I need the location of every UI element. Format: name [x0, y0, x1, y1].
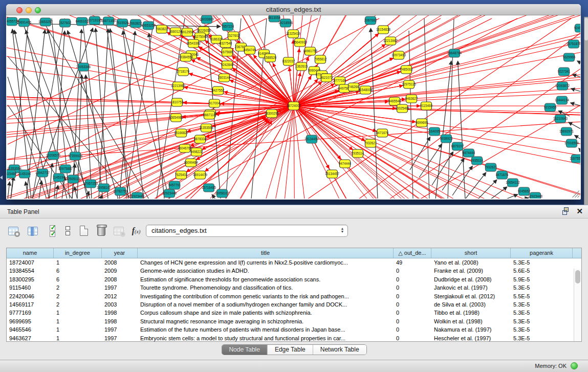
cell-year[interactable]: 1997 [102, 334, 138, 341]
cell-pagerank[interactable]: 5.5E-5 [511, 292, 573, 300]
merge-rows-button[interactable] [60, 224, 75, 238]
column-header-name[interactable]: name [7, 248, 54, 258]
cell-title[interactable]: Genome-wide association studies in ADHD. [138, 267, 394, 275]
cell-in_degree[interactable]: 1 [54, 325, 102, 334]
table-row[interactable]: 1456911722003Disruption of a novel membe… [7, 300, 581, 309]
cell-out_degree[interactable]: 0 [394, 292, 431, 300]
cell-title[interactable]: Disruption of a novel member of a sodium… [138, 300, 394, 309]
cell-out_degree[interactable]: 0 [394, 283, 431, 292]
cell-in_degree[interactable]: 2 [54, 292, 102, 300]
cell-name[interactable]: 9115460 [7, 283, 54, 292]
table-row[interactable]: 911546021997Tourette syndrome. Phenomeno… [7, 283, 581, 292]
cell-year[interactable]: 1997 [102, 325, 138, 334]
cell-in_degree[interactable]: 1 [54, 309, 102, 317]
tab-edge-table[interactable]: Edge Table [268, 345, 313, 355]
cell-out_degree[interactable]: 0 [394, 334, 431, 341]
cell-in_degree[interactable]: 2 [54, 300, 102, 309]
column-header-out_degree[interactable]: △ out_de... [394, 248, 431, 258]
cell-short[interactable]: Yano et al. (2008) [431, 258, 511, 267]
side-scrollbar-thumb[interactable] [584, 18, 588, 40]
selection-mode-button[interactable] [45, 224, 59, 238]
tab-node-table[interactable]: Node Table [222, 345, 268, 355]
column-header-in_degree[interactable]: in_degree [54, 248, 102, 258]
delete-column-button[interactable] [94, 224, 108, 238]
cell-short[interactable]: Nakamura et al. (1997) [431, 325, 511, 334]
cell-name[interactable]: 19384554 [7, 267, 54, 275]
cell-pagerank[interactable]: 5.3E-5 [511, 317, 573, 325]
network-window[interactable]: citations_edges.txt 24055724206914061065… [6, 4, 581, 200]
close-panel-icon[interactable]: ✕ [576, 207, 583, 215]
cell-name[interactable]: 9465546 [7, 325, 54, 334]
cell-name[interactable]: 9777169 [7, 309, 54, 317]
cell-title[interactable]: Changes of HCN gene expression and I(f) … [138, 258, 394, 267]
table-vertical-scrollbar[interactable] [574, 269, 581, 341]
cell-short[interactable]: Stergiakouli et al. (2012) [431, 292, 511, 300]
table-row[interactable]: 977716911998Corpus callosum shape and si… [7, 309, 581, 317]
table-selector-combobox[interactable]: citations_edges.txt [146, 225, 348, 237]
table-row[interactable]: 969969511998Structural magnetic resonanc… [7, 317, 581, 325]
cell-year[interactable]: 2003 [102, 300, 138, 309]
cell-in_degree[interactable]: 6 [54, 275, 102, 283]
cell-out_degree[interactable]: 49 [394, 258, 431, 267]
column-header-year[interactable]: year [102, 248, 138, 258]
cell-in_degree[interactable]: 1 [54, 317, 102, 325]
cell-year[interactable]: 2009 [102, 267, 138, 275]
cell-year[interactable]: 2008 [102, 275, 138, 283]
delete-table-button[interactable]: ✕ [112, 224, 126, 238]
cell-pagerank[interactable]: 5.3E-5 [511, 334, 573, 341]
cell-pagerank[interactable]: 5.9E-5 [511, 275, 573, 283]
cell-year[interactable]: 2008 [102, 258, 138, 267]
cell-title[interactable]: Estimation of significance thresholds fo… [138, 275, 394, 283]
cell-name[interactable]: 18300295 [7, 275, 54, 283]
cell-title[interactable]: Investigating the contribution of common… [138, 292, 394, 300]
table-row[interactable]: 2242004622012Investigating the contribut… [7, 292, 581, 300]
cell-name[interactable]: 18724007 [7, 258, 54, 267]
cell-pagerank[interactable]: 5.3E-5 [511, 258, 573, 267]
cell-short[interactable]: de Silva et al. (2003) [431, 300, 511, 309]
cell-name[interactable]: 9699695 [7, 317, 54, 325]
side-scrollbar[interactable] [584, 17, 588, 205]
cell-out_degree[interactable]: 0 [394, 317, 431, 325]
cell-out_degree[interactable]: 0 [394, 325, 431, 334]
cell-short[interactable]: Jankovic et al. (1997) [431, 283, 511, 292]
column-header-pagerank[interactable]: pagerank [511, 248, 573, 258]
table-mode-button[interactable] [6, 224, 20, 238]
network-window-titlebar[interactable]: citations_edges.txt [6, 4, 581, 15]
tab-network-table[interactable]: Network Table [313, 345, 366, 355]
cell-title[interactable]: Embryonic stem cells: a model to study s… [138, 334, 394, 341]
table-row[interactable]: 1938455462009Genome-wide association stu… [7, 267, 581, 275]
cell-title[interactable]: Corpus callosum shape and size in male p… [138, 309, 394, 317]
cell-title[interactable]: Structural magnetic resonance image aver… [138, 317, 394, 325]
cell-out_degree[interactable]: 0 [394, 309, 431, 317]
cell-short[interactable]: Tibbo et al. (1998) [431, 309, 511, 317]
cell-out_degree[interactable]: 0 [394, 300, 431, 309]
cell-short[interactable]: Hescheler et al. (1997) [431, 334, 511, 341]
cell-title[interactable]: Tourette syndrome. Phenomenology and cla… [138, 283, 394, 292]
cell-short[interactable]: Dudbridge et al. (2008) [431, 275, 511, 283]
cell-short[interactable]: Wolkin et al. (1998) [431, 317, 511, 325]
cell-name[interactable]: 22420046 [7, 292, 54, 300]
cell-pagerank[interactable]: 5.3E-5 [511, 309, 573, 317]
cell-title[interactable]: Estimation of the future numbers of pati… [138, 325, 394, 334]
show-columns-button[interactable] [26, 224, 40, 238]
cell-year[interactable]: 2012 [102, 292, 138, 300]
create-column-button[interactable] [77, 224, 91, 238]
cell-year[interactable]: 1998 [102, 309, 138, 317]
table-scrollbar-thumb[interactable] [575, 270, 580, 283]
panel-collapse-arrow-icon[interactable] [0, 176, 3, 180]
float-panel-icon[interactable] [562, 207, 570, 215]
cell-in_degree[interactable]: 2 [54, 283, 102, 292]
table-row[interactable]: 946362711997Embryonic stem cells: a mode… [7, 334, 581, 341]
cell-year[interactable]: 1997 [102, 283, 138, 292]
table-row[interactable]: 1872400712008Changes of HCN gene express… [7, 258, 581, 267]
cell-out_degree[interactable]: 0 [394, 267, 431, 275]
network-canvas[interactable]: 2405572420691406106532571527602646616210… [7, 15, 580, 199]
cell-in_degree[interactable]: 1 [54, 334, 102, 341]
cell-out_degree[interactable]: 0 [394, 275, 431, 283]
cell-pagerank[interactable]: 5.6E-5 [511, 267, 573, 275]
cell-name[interactable]: 14569117 [7, 300, 54, 309]
cell-pagerank[interactable]: 5.3E-5 [511, 325, 573, 334]
cell-in_degree[interactable]: 6 [54, 267, 102, 275]
cell-name[interactable]: 9463627 [7, 334, 54, 341]
resize-grip[interactable] [572, 190, 579, 198]
